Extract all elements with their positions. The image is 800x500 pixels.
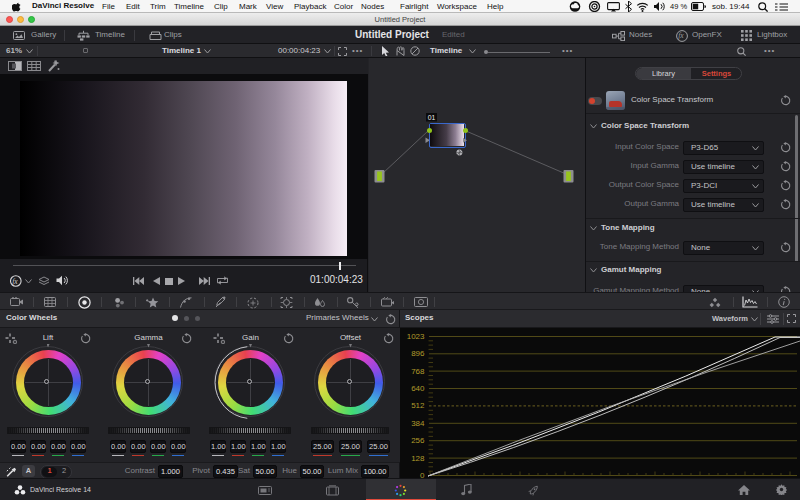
svg-text:512: 512	[411, 401, 425, 410]
svg-text:384: 384	[411, 419, 425, 428]
svg-text:fx: fx	[678, 31, 684, 40]
svg-text:768: 768	[411, 367, 425, 376]
svg-text:640: 640	[411, 384, 425, 393]
svg-text:0: 0	[420, 471, 425, 478]
svg-text:fx: fx	[12, 277, 18, 286]
svg-text:896: 896	[411, 349, 425, 358]
svg-text:256: 256	[411, 436, 425, 445]
svg-text:1023: 1023	[407, 332, 425, 341]
svg-text:01: 01	[428, 114, 436, 121]
svg-text:128: 128	[411, 454, 425, 463]
